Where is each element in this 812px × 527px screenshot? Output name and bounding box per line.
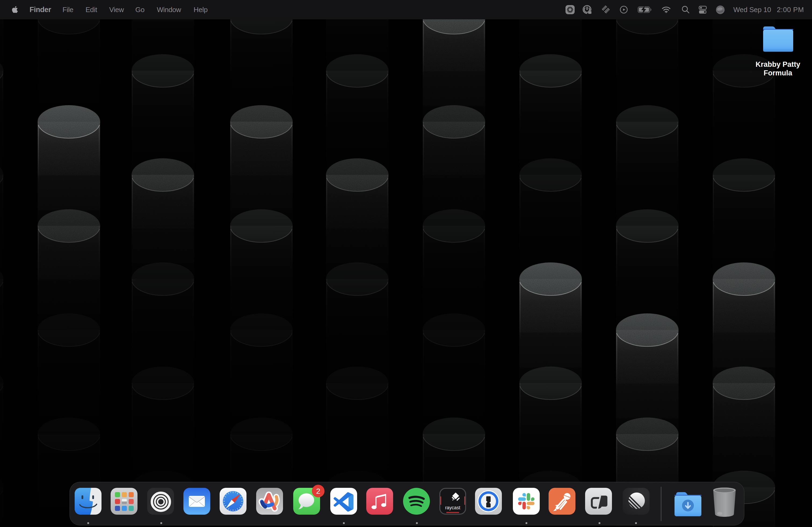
svg-text:2: 2 <box>316 487 320 495</box>
svg-text:raycast: raycast <box>445 505 461 510</box>
